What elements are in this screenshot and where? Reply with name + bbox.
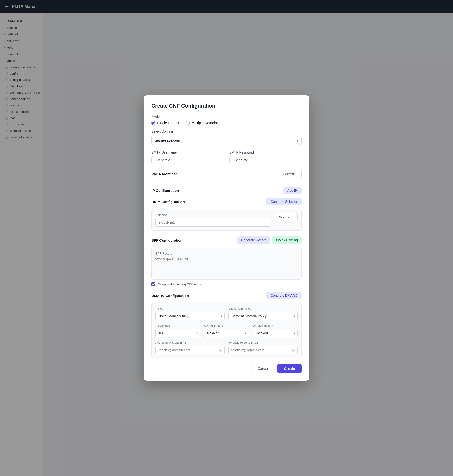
spf-alignment-select[interactable]: Relaxed: [204, 329, 249, 337]
policy-label: Policy: [156, 307, 225, 310]
subdomain-policy-field: Subdomain Policy Same as Domain Policy ▾: [228, 307, 297, 320]
single-domain-option[interactable]: Single Domain: [151, 121, 180, 125]
multiple-domains-label: Multiple Domains: [191, 121, 219, 125]
resize-handle: ⤡: [156, 272, 297, 275]
smtp-username-group: SMTP Username Generate: [151, 150, 224, 164]
mode-row: Single Domain Multiple Domains: [151, 121, 302, 125]
smtp-password-generate-button[interactable]: Generate: [229, 156, 253, 164]
cancel-button[interactable]: Cancel: [252, 364, 275, 373]
select-domain-label: Select Domain: [151, 129, 302, 133]
dkim-alignment-select-wrap: Relaxed ▾: [253, 329, 297, 337]
smtp-password-label: SMTP Password: [229, 150, 302, 154]
dmarc-config-header: DMARC Configuration Generate DMARC: [151, 292, 302, 299]
spf-config-label: SPF Configuration: [151, 238, 183, 242]
spf-record-label: SPF Record: [156, 252, 297, 255]
generate-record-button[interactable]: Generate Record: [237, 236, 270, 244]
ip-config-label: IP Configuration: [151, 189, 179, 192]
dkim-alignment-label: DKIM Alignment: [253, 324, 297, 327]
subdomain-policy-label: Subdomain Policy: [228, 307, 297, 310]
forensic-reports-label: Forensic Reports Email: [228, 341, 297, 344]
single-domain-radio[interactable]: [151, 121, 155, 125]
dmarc-policy-row: Policy None (Monitor Only) ▾ Subdomain P…: [156, 307, 297, 320]
selector-row: Selector Generate: [156, 213, 297, 227]
add-ip-button[interactable]: Add IP: [283, 187, 302, 194]
aggregate-reports-input[interactable]: [156, 346, 225, 354]
forensic-reports-input[interactable]: [228, 346, 297, 354]
subdomain-policy-select-wrap: Same as Domain Policy ▾: [228, 312, 297, 320]
dkim-alignment-field: DKIM Alignment Relaxed ▾: [253, 324, 297, 337]
check-existing-button[interactable]: Check Existing: [272, 236, 302, 244]
smtp-username-label: SMTP Username: [151, 150, 224, 154]
divider-1: [151, 182, 302, 182]
spf-alignment-field: SPF Alignment Relaxed ▾: [204, 324, 249, 337]
smtp-password-group: SMTP Password Generate: [229, 150, 302, 164]
ip-config-header: IP Configuration Add IP: [151, 187, 302, 194]
vmta-identifier-label: VMTA Identifier: [151, 172, 177, 176]
selector-label: Selector: [156, 213, 271, 217]
dmarc-grid: Policy None (Monitor Only) ▾ Subdomain P…: [151, 303, 302, 358]
forensic-email-icon: ⊞: [292, 348, 295, 352]
aggregate-reports-field: Aggregate Reports Email ⊞: [156, 341, 225, 354]
spf-record-box: SPF Record ⤡: [151, 248, 302, 280]
policy-select[interactable]: None (Monitor Only): [156, 312, 225, 320]
spf-alignment-label: SPF Alignment: [204, 324, 249, 327]
smtp-username-generate-button[interactable]: Generate: [151, 156, 175, 164]
dmarc-section: DMARC Configuration Generate DMARC Polic…: [151, 292, 302, 358]
spf-config-header: SPF Configuration Generate Record Check …: [151, 236, 302, 244]
percentage-label: Percentage: [156, 324, 200, 327]
mode-label: Mode: [151, 115, 302, 119]
selector-input-wrap: Selector: [156, 213, 271, 227]
modal-footer: Cancel Create: [151, 364, 302, 373]
percentage-select[interactable]: 100%: [156, 329, 200, 337]
dmarc-alignment-row: Percentage 100% ▾ SPF Alignment Relaxed: [156, 324, 297, 337]
multiple-domains-radio[interactable]: [186, 121, 190, 125]
dkim-config-label: DKIM Configuration: [151, 200, 185, 204]
modal-title: Create CNF Configuration: [151, 103, 302, 109]
vmta-generate-button[interactable]: Generate: [278, 170, 302, 178]
forensic-reports-field: Forensic Reports Email ⊞: [228, 341, 297, 354]
smtp-row: SMTP Username Generate SMTP Password Gen…: [151, 150, 302, 164]
create-cnf-modal: Create CNF Configuration Mode Single Dom…: [144, 95, 309, 381]
dmarc-config-label: DMARC Configuration: [151, 294, 189, 298]
spf-buttons: Generate Record Check Existing: [237, 236, 302, 244]
dmarc-email-row: Aggregate Reports Email ⊞ Forensic Repor…: [156, 341, 297, 354]
merge-label: Merge with existing SPF record: [158, 282, 204, 286]
percentage-field: Percentage 100% ▾: [156, 324, 200, 337]
percentage-select-wrap: 100% ▾: [156, 329, 200, 337]
domain-select-wrapper: getmesave.com ▾: [151, 136, 302, 145]
multiple-domains-option[interactable]: Multiple Domains: [186, 121, 219, 125]
aggregate-email-icon: ⊞: [219, 348, 222, 352]
domain-select-section: Select Domain getmesave.com ▾: [151, 129, 302, 145]
aggregate-email-wrap: ⊞: [156, 346, 225, 354]
merge-checkbox[interactable]: [151, 282, 155, 286]
dkim-alignment-select[interactable]: Relaxed: [253, 329, 297, 337]
policy-select-wrap: None (Monitor Only) ▾: [156, 312, 225, 320]
aggregate-reports-label: Aggregate Reports Email: [156, 341, 225, 344]
single-domain-label: Single Domain: [157, 121, 180, 125]
forensic-email-wrap: ⊞: [228, 346, 297, 354]
domain-select[interactable]: getmesave.com: [151, 136, 302, 145]
merge-row: Merge with existing SPF record: [151, 282, 302, 286]
spf-alignment-select-wrap: Relaxed ▾: [204, 329, 249, 337]
create-button[interactable]: Create: [277, 364, 302, 373]
policy-field: Policy None (Monitor Only) ▾: [156, 307, 225, 320]
generate-selector-button[interactable]: Generate Selector: [266, 198, 302, 205]
spf-section: SPF Configuration Generate Record Check …: [151, 236, 302, 286]
generate-dmarc-button[interactable]: Generate DMARC: [266, 292, 302, 299]
selector-input[interactable]: [156, 218, 271, 227]
dkim-config-header: DKIM Configuration Generate Selector: [151, 198, 302, 205]
dkim-generate-button[interactable]: Generate: [274, 213, 297, 221]
subdomain-policy-select[interactable]: Same as Domain Policy: [228, 312, 297, 320]
spf-textarea[interactable]: [156, 257, 297, 271]
dkim-section: Selector Generate: [151, 209, 302, 231]
vmta-header: VMTA Identifier Generate: [151, 170, 302, 178]
